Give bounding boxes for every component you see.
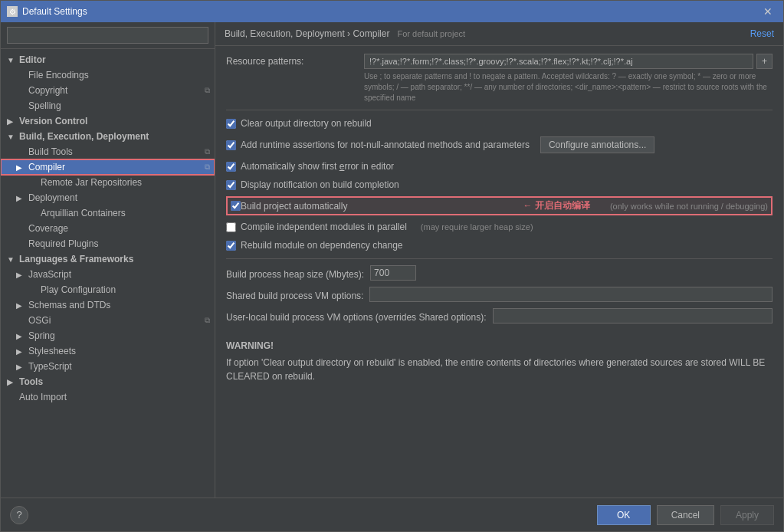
sidebar-item-label: Play Configuration (41, 284, 116, 295)
sidebar-item-compiler[interactable]: Compiler ⧉ (1, 159, 215, 175)
main-panel: Build, Execution, Deployment › Compiler … (215, 22, 783, 498)
cancel-button[interactable]: Cancel (657, 505, 714, 525)
sidebar-item-label: Remote Jar Repositories (41, 177, 142, 188)
expand-arrow-compiler (16, 163, 25, 172)
sidebar-item-build-tools[interactable]: Build Tools ⧉ (1, 144, 215, 159)
shared-vm-input[interactable] (369, 287, 773, 302)
clear-output-label: Clear output directory on rebuild (241, 118, 372, 129)
sidebar-item-osgi[interactable]: OSGi ⧉ (1, 313, 215, 328)
sidebar-item-label: Copyright (28, 85, 67, 96)
sidebar-item-javascript[interactable]: JavaScript (1, 267, 215, 282)
sidebar-item-tools[interactable]: Tools (1, 374, 215, 389)
apply-button[interactable]: Apply (720, 505, 774, 525)
sidebar-item-label: Stylesheets (28, 346, 76, 356)
close-button[interactable]: ✕ (759, 4, 777, 19)
sidebar-item-label: TypeScript (28, 361, 72, 372)
sidebar-item-label: Required Plugins (28, 238, 98, 249)
ok-button[interactable]: OK (597, 505, 651, 525)
expand-arrow-schemas (16, 301, 25, 310)
rebuild-module-checkbox[interactable] (226, 241, 236, 251)
sidebar-item-typescript[interactable]: TypeScript (1, 359, 215, 374)
settings-window: ⚙ Default Settings ✕ Editor File Encodin… (0, 0, 784, 532)
configure-annotations-button[interactable]: Configure annotations... (540, 136, 654, 153)
warning-text: If option 'Clear output directory on reb… (226, 357, 765, 382)
clear-output-checkbox[interactable] (226, 119, 236, 129)
compile-parallel-label: Compile independent modules in parallel (241, 222, 407, 232)
build-auto-note: (only works while not running / debuggin… (610, 202, 768, 211)
reset-link[interactable]: Reset (750, 28, 774, 39)
checkbox-add-runtime: Add runtime assertions for not-null-anno… (226, 135, 773, 155)
sidebar-item-label: Languages & Frameworks (19, 254, 133, 264)
resource-patterns-input[interactable] (364, 54, 753, 69)
sidebar-item-label: JavaScript (28, 269, 71, 280)
display-notification-label: Display notification on build completion (241, 179, 399, 190)
sidebar: Editor File Encodings Copyright ⧉ Spelli… (1, 22, 215, 498)
sidebar-item-stylesheets[interactable]: Stylesheets (1, 343, 215, 359)
user-vm-input[interactable] (493, 308, 773, 323)
sidebar-item-deployment[interactable]: Deployment (1, 190, 215, 205)
breadcrumb: Build, Execution, Deployment › Compiler … (225, 28, 465, 39)
build-auto-checkbox[interactable] (231, 201, 241, 211)
checkbox-compile-parallel: Compile independent modules in parallel … (226, 220, 773, 234)
expand-arrow-languages (7, 255, 16, 264)
sidebar-item-label: Deployment (28, 192, 77, 203)
window-icon: ⚙ (7, 6, 18, 17)
expand-arrow-vc (7, 117, 16, 126)
sidebar-item-spelling[interactable]: Spelling (1, 98, 215, 113)
sidebar-item-label: OSGi (28, 315, 51, 326)
add-resource-button[interactable]: + (756, 54, 773, 69)
search-input[interactable] (7, 27, 208, 44)
user-vm-row: User-local build process VM options (ove… (226, 308, 773, 323)
checkbox-clear-output: Clear output directory on rebuild (226, 117, 773, 130)
copy-icon: ⧉ (205, 86, 210, 95)
sidebar-item-spring[interactable]: Spring (1, 328, 215, 343)
copy-icon-compiler: ⧉ (205, 163, 210, 172)
sidebar-item-copyright[interactable]: Copyright ⧉ (1, 83, 215, 98)
auto-show-error-label: Automatically show first error in editor (241, 161, 394, 172)
heap-label: Build process heap size (Mbytes): (226, 267, 364, 280)
sidebar-item-arquillian[interactable]: Arquillian Containers (1, 205, 215, 221)
warning-title: WARNING! (226, 339, 773, 353)
display-notification-checkbox[interactable] (226, 180, 236, 190)
sidebar-item-coverage[interactable]: Coverage (1, 221, 215, 236)
add-runtime-label: Add runtime assertions for not-null-anno… (241, 140, 530, 150)
sidebar-item-auto-import[interactable]: Auto Import (1, 389, 215, 405)
sidebar-item-build-execution[interactable]: Build, Execution, Deployment (1, 129, 215, 144)
resource-help-text: Use ; to separate patterns and ! to nega… (364, 71, 773, 103)
bottom-bar: ? OK Cancel Apply (1, 498, 783, 531)
sidebar-item-file-encodings[interactable]: File Encodings (1, 67, 215, 83)
breadcrumb-text: Build, Execution, Deployment › Compiler (225, 28, 389, 39)
sidebar-item-play-config[interactable]: Play Configuration (1, 282, 215, 297)
sidebar-item-editor[interactable]: Editor (1, 52, 215, 67)
sidebar-item-version-control[interactable]: Version Control (1, 113, 215, 129)
rebuild-module-label: Rebuild module on dependency change (241, 240, 403, 251)
sidebar-item-languages[interactable]: Languages & Frameworks (1, 251, 215, 267)
sidebar-item-label: Build Tools (28, 146, 73, 157)
sidebar-item-label: Tools (19, 376, 43, 387)
sidebar-item-label: Schemas and DTDs (28, 300, 110, 310)
resource-patterns-label: Resource patterns: (226, 54, 364, 67)
copy-icon: ⧉ (205, 147, 210, 156)
expand-arrow-tools (7, 378, 16, 386)
sidebar-item-schemas[interactable]: Schemas and DTDs (1, 297, 215, 313)
auto-show-error-checkbox[interactable] (226, 162, 236, 172)
expand-arrow-spring (16, 332, 25, 340)
add-runtime-checkbox[interactable] (226, 140, 236, 150)
checkbox-build-auto: Build project automatically ← 开启自动编译 (on… (226, 196, 773, 215)
checkbox-auto-show-error: Automatically show first error in editor (226, 159, 773, 173)
panel-content: Resource patterns: + Use ; to separate p… (215, 46, 783, 498)
sidebar-item-remote-jar[interactable]: Remote Jar Repositories (1, 175, 215, 190)
heap-input[interactable] (370, 265, 416, 281)
sidebar-item-label: File Encodings (28, 70, 89, 80)
window-title: Default Settings (22, 6, 87, 17)
expand-arrow-editor (7, 56, 16, 64)
sidebar-item-required-plugins[interactable]: Required Plugins (1, 236, 215, 251)
compile-parallel-checkbox[interactable] (226, 222, 236, 232)
help-button[interactable]: ? (10, 506, 28, 524)
sidebar-item-label: Version Control (19, 116, 87, 126)
sidebar-item-label: Compiler (28, 162, 65, 172)
sidebar-item-label: Build, Execution, Deployment (19, 131, 149, 142)
sidebar-item-label: Coverage (28, 223, 68, 234)
title-bar-left: ⚙ Default Settings (7, 6, 87, 17)
build-auto-label: Build project automatically (241, 201, 347, 212)
